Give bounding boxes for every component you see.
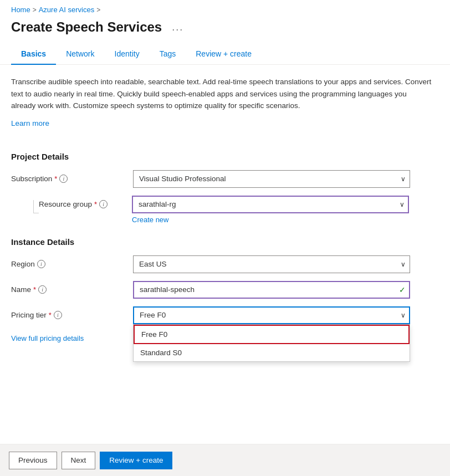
indent-line [33, 200, 39, 213]
page-title: Create Speech Services [11, 19, 162, 35]
name-valid-icon: ✓ [399, 285, 406, 294]
next-button[interactable]: Next [62, 452, 96, 469]
learn-more-link[interactable]: Learn more [11, 119, 49, 127]
subscription-select-wrapper: Visual Studio Professional ∨ [133, 170, 410, 188]
tab-network[interactable]: Network [56, 44, 104, 65]
region-select[interactable]: East US West US West US 2 East US 2 [133, 255, 410, 273]
tab-tags[interactable]: Tags [150, 44, 186, 65]
name-input[interactable] [133, 281, 410, 299]
bottom-bar: Previous Next Review + create [0, 444, 450, 476]
name-required: * [33, 285, 36, 294]
region-control: East US West US West US 2 East US 2 ∨ [133, 255, 410, 273]
ellipsis-button[interactable]: ... [168, 21, 187, 34]
pricing-tier-label: Pricing tier * i [11, 306, 133, 319]
name-input-wrap: ✓ [133, 281, 410, 299]
region-info-icon[interactable]: i [37, 260, 45, 268]
pricing-tier-dropdown: Free F0 Standard S0 [133, 324, 410, 362]
resource-group-label: Resource group * i [39, 196, 132, 208]
review-create-button[interactable]: Review + create [100, 452, 172, 469]
instance-details-title: Instance Details [11, 237, 439, 247]
name-control: ✓ [133, 281, 410, 299]
region-label: Region i [11, 255, 133, 268]
pricing-tier-required: * [49, 311, 52, 319]
instance-details-section: Instance Details Region i East US West U… [11, 237, 439, 342]
name-label: Name * i [11, 281, 133, 294]
tab-basics[interactable]: Basics [11, 44, 56, 65]
main-content: Transcribe audible speech into readable,… [0, 65, 450, 407]
resource-group-group: Resource group * i sarathlal-rg ∨ Create… [11, 196, 439, 224]
breadcrumb-home[interactable]: Home [11, 6, 30, 14]
subscription-select[interactable]: Visual Studio Professional [133, 170, 410, 188]
name-info-icon[interactable]: i [38, 285, 47, 294]
pricing-option-standard-s0[interactable]: Standard S0 [134, 344, 410, 361]
description-text: Transcribe audible speech into readable,… [11, 76, 432, 112]
breadcrumb-sep1: > [33, 6, 37, 14]
tabs-container: Basics Network Identity Tags Review + cr… [0, 44, 450, 65]
previous-button[interactable]: Previous [9, 452, 57, 469]
tab-identity[interactable]: Identity [105, 44, 150, 65]
project-details-section: Project Details Subscription * i Visual … [11, 152, 439, 224]
create-new-link[interactable]: Create new [132, 216, 168, 224]
subscription-info-icon[interactable]: i [59, 175, 68, 183]
resource-group-select-wrapper: sarathlal-rg ∨ [132, 196, 409, 213]
region-group: Region i East US West US West US 2 East … [11, 255, 439, 273]
resource-group-select[interactable]: sarathlal-rg [132, 196, 409, 213]
subscription-control: Visual Studio Professional ∨ [133, 170, 410, 188]
resource-group-info-icon[interactable]: i [99, 200, 108, 208]
pricing-tier-select-wrapper: Free F0 Standard S0 ∨ [133, 306, 410, 324]
subscription-label: Subscription * i [11, 170, 133, 183]
breadcrumb: Home > Azure AI services > [0, 0, 450, 17]
view-pricing-link[interactable]: View full pricing details [11, 334, 84, 342]
region-select-wrapper: East US West US West US 2 East US 2 ∨ [133, 255, 410, 273]
resource-group-control: sarathlal-rg ∨ Create new [132, 196, 409, 224]
pricing-tier-group: Pricing tier * i Free F0 Standard S0 ∨ F… [11, 306, 439, 324]
breadcrumb-service[interactable]: Azure AI services [39, 6, 94, 14]
tab-review-create[interactable]: Review + create [186, 44, 262, 65]
pricing-tier-info-icon[interactable]: i [54, 311, 62, 319]
pricing-tier-select[interactable]: Free F0 Standard S0 [133, 306, 410, 324]
pricing-tier-control: Free F0 Standard S0 ∨ Free F0 Standard S… [133, 306, 410, 324]
name-group: Name * i ✓ [11, 281, 439, 299]
project-details-title: Project Details [11, 152, 439, 161]
breadcrumb-sep2: > [96, 6, 100, 14]
resource-group-required: * [94, 200, 97, 208]
subscription-group: Subscription * i Visual Studio Professio… [11, 170, 439, 188]
pricing-option-free-f0[interactable]: Free F0 [134, 325, 410, 344]
subscription-required: * [54, 175, 57, 183]
page-header: Create Speech Services ... [0, 17, 450, 44]
